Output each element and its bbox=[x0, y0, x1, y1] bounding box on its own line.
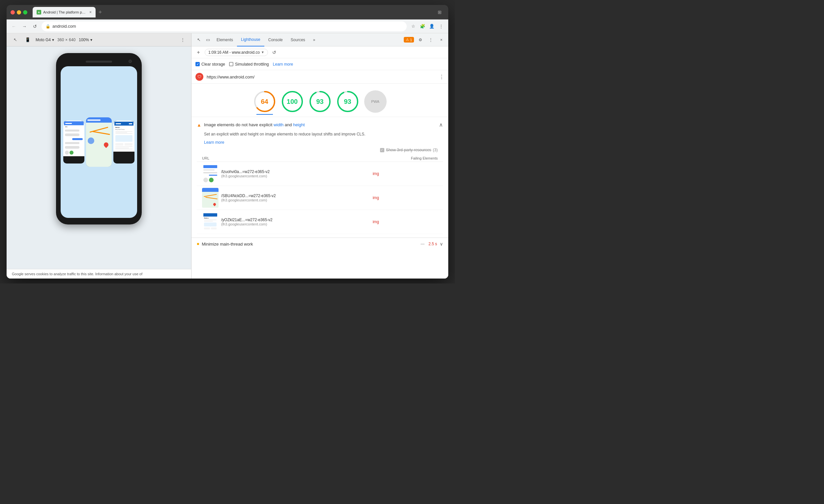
menu-icon[interactable]: ⋮ bbox=[437, 22, 445, 30]
seo-score-circle: 93 bbox=[336, 90, 359, 113]
device-width: 360 bbox=[57, 37, 64, 42]
warning-section: ▲ Image elements do not have explicit wi… bbox=[192, 117, 448, 238]
collapse-button[interactable]: ∧ bbox=[439, 122, 443, 128]
fullscreen-traffic-light[interactable] bbox=[23, 10, 27, 14]
clear-storage-checkbox[interactable]: ✓ bbox=[195, 62, 200, 66]
url-cell-content-3: Walden bbox=[202, 212, 362, 232]
device-toggle-icon[interactable]: 📱 bbox=[23, 35, 32, 44]
devtools-close-button[interactable]: × bbox=[437, 35, 446, 44]
third-party-count: (3) bbox=[433, 148, 438, 152]
table-row: Walden bbox=[197, 210, 443, 234]
thumbnail-2 bbox=[202, 188, 218, 208]
audit-content: 🛡 https://www.android.com/ ⋮ bbox=[192, 70, 448, 279]
col-failing-header: Failing Elements bbox=[368, 155, 443, 162]
traffic-lights bbox=[11, 10, 27, 14]
browser-tab[interactable]: A Android | The platform pushing × bbox=[33, 7, 96, 17]
device-arrow: ▾ bbox=[52, 37, 54, 42]
lighthouse-url-arrow: ▼ bbox=[261, 51, 264, 54]
reload-button[interactable]: ↺ bbox=[31, 22, 39, 30]
title-bar-actions: ⊞ bbox=[435, 8, 444, 17]
close-traffic-light[interactable] bbox=[11, 10, 15, 14]
learn-more-link[interactable]: Learn more bbox=[273, 62, 293, 67]
accessibility-score-container: 100 bbox=[281, 90, 304, 113]
accessibility-score-value: 100 bbox=[287, 98, 298, 105]
browser-window: A Android | The platform pushing × + ⊞ ←… bbox=[7, 5, 448, 279]
omnibox-right-actions: ☆ 🧩 👤 ⋮ bbox=[409, 22, 445, 30]
tab-more[interactable]: » bbox=[309, 33, 319, 46]
new-tab-button[interactable]: + bbox=[96, 8, 105, 17]
tab-console[interactable]: Console bbox=[264, 33, 287, 46]
clear-storage-option[interactable]: ✓ Clear storage bbox=[195, 62, 225, 67]
lighthouse-url-text: 1:09:16 AM - www.android.co bbox=[208, 50, 260, 55]
simulated-throttling-checkbox[interactable] bbox=[229, 62, 233, 66]
device-selector[interactable]: Moto G4 ▾ bbox=[35, 37, 54, 42]
phone-mockup: John bbox=[56, 53, 142, 224]
url-domain-1: (lh3.googleusercontent.com) bbox=[221, 174, 270, 178]
address-bar[interactable]: 🔒 android.com bbox=[41, 21, 407, 31]
url-text-container-2: /SBU4NckDD...=w272-e365-v2 (lh3.googleus… bbox=[221, 194, 276, 202]
map-screen bbox=[86, 117, 112, 167]
warning-icon: ⚠ bbox=[406, 37, 409, 42]
col-url-header: URL bbox=[197, 155, 368, 162]
extensions-icon[interactable]: 🧩 bbox=[419, 22, 426, 30]
table-options: ✓ Show 3rd-party resources (3) bbox=[197, 145, 443, 155]
lighthouse-url-select[interactable]: 1:09:16 AM - www.android.co ▼ bbox=[205, 49, 268, 56]
tab-area: A Android | The platform pushing × + bbox=[33, 7, 432, 17]
chat-app-preview: John bbox=[63, 121, 84, 164]
expand-button[interactable]: ∨ bbox=[440, 241, 443, 246]
code-width: width bbox=[274, 122, 284, 127]
device-toolbar: ↖ 📱 Moto G4 ▾ 360 × 640 100% ▾ ⋮ bbox=[7, 33, 191, 46]
dimension-display: 360 × 640 bbox=[57, 37, 76, 42]
failing-cell-1: img bbox=[368, 162, 443, 186]
tab-close-button[interactable]: × bbox=[89, 10, 92, 14]
minimize-icon: ■ bbox=[197, 241, 199, 246]
thumbnail-1 bbox=[202, 164, 218, 184]
tab-elements[interactable]: Elements bbox=[213, 33, 237, 46]
back-button[interactable]: ← bbox=[10, 22, 18, 30]
devtools-more-button[interactable]: ⋮ bbox=[426, 35, 435, 44]
devtools-right-actions: ⚠ 1 ⚙ ⋮ × bbox=[404, 35, 446, 44]
lighthouse-add-button[interactable]: + bbox=[195, 49, 202, 56]
minimize-traffic-light[interactable] bbox=[17, 10, 21, 14]
inspect-element-button[interactable]: ↖ bbox=[194, 35, 203, 44]
third-party-checkbox[interactable]: ✓ bbox=[380, 148, 384, 152]
lighthouse-reload-button[interactable]: ↺ bbox=[271, 49, 278, 56]
chat-bubble-2 bbox=[65, 133, 79, 136]
viewport-content: John bbox=[7, 46, 191, 269]
performance-score-value: 64 bbox=[261, 98, 268, 105]
pwa-score-container: PWA bbox=[364, 90, 387, 113]
scores-row: 64 100 bbox=[192, 84, 448, 117]
zoom-selector[interactable]: 100% ▾ bbox=[79, 37, 92, 42]
url-path-1: /lzuohvi0a...=w272-e365-v2 bbox=[221, 170, 270, 174]
devtools-settings-button[interactable]: ⚙ bbox=[416, 35, 424, 44]
url-path-2: /SBU4NckDD...=w272-e365-v2 bbox=[221, 194, 276, 198]
map-app-preview bbox=[86, 117, 112, 167]
lighthouse-options-bar: ✓ Clear storage Simulated throttling Lea… bbox=[192, 58, 448, 70]
simulated-throttling-option[interactable]: Simulated throttling bbox=[229, 62, 269, 67]
warning-learn-more-link[interactable]: Learn more bbox=[204, 140, 224, 145]
show-3rd-party-option[interactable]: ✓ Show 3rd-party resources (3) bbox=[380, 148, 438, 152]
url-domain-2: (lh3.googleusercontent.com) bbox=[221, 198, 276, 202]
forward-button[interactable]: → bbox=[20, 22, 28, 30]
phone-notch bbox=[86, 61, 112, 63]
device-more-button[interactable]: ⋮ bbox=[178, 35, 187, 44]
warning-header[interactable]: ▲ Image elements do not have explicit wi… bbox=[197, 122, 443, 128]
star-icon[interactable]: ☆ bbox=[409, 22, 417, 30]
audit-more-button[interactable]: ⋮ bbox=[439, 74, 444, 80]
chat-bubble-1 bbox=[65, 129, 79, 131]
url-display: android.com bbox=[53, 24, 76, 29]
chat-bubble-3 bbox=[72, 138, 83, 140]
profile-icon[interactable]: 👤 bbox=[428, 22, 436, 30]
warning-description: Set an explicit width and height on imag… bbox=[204, 131, 443, 137]
minimize-separator: — bbox=[421, 241, 424, 246]
minimize-section[interactable]: ■ Minimize main-thread work — 2.5 s ∨ bbox=[192, 238, 448, 250]
device-mode-button[interactable]: ▭ bbox=[203, 35, 213, 44]
lighthouse-audit-icon: 🛡 bbox=[195, 73, 203, 81]
audit-url-row: 🛡 https://www.android.com/ ⋮ bbox=[192, 70, 448, 84]
warning-badge: ⚠ 1 bbox=[404, 37, 414, 42]
tab-sources[interactable]: Sources bbox=[287, 33, 309, 46]
pwa-label: PWA bbox=[371, 100, 379, 103]
device-inspect-icon[interactable]: ↖ bbox=[11, 35, 20, 44]
book-app-preview: Walden Henry David Thoreau bbox=[113, 121, 134, 164]
tab-lighthouse[interactable]: Lighthouse bbox=[237, 33, 264, 46]
